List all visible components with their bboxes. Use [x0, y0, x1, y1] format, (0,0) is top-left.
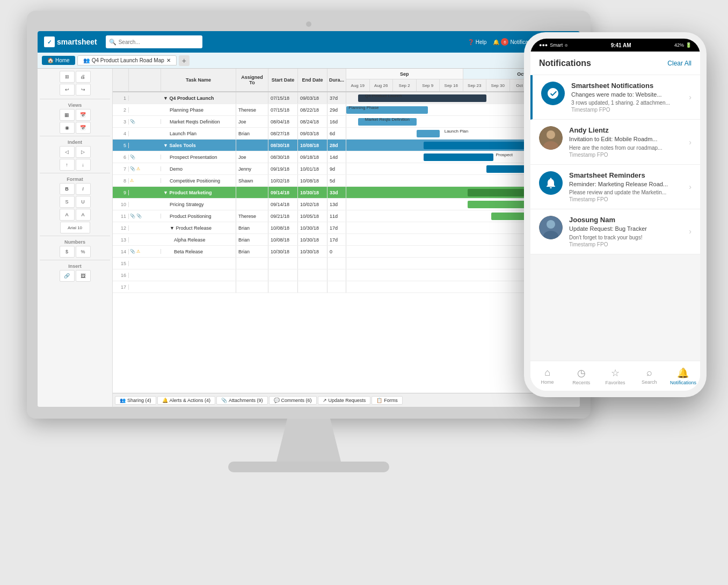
fill-color-btn[interactable]: A — [76, 209, 91, 221]
percent-btn[interactable]: % — [76, 246, 91, 258]
notification-avatar — [539, 171, 563, 195]
assigned-cell: Shawn — [236, 175, 268, 186]
chevron-right-icon: › — [689, 227, 691, 236]
dur-cell: 16d — [327, 116, 346, 127]
help-button[interactable]: ❓ Help — [468, 39, 487, 45]
forms-tab[interactable]: 📋 Forms — [372, 396, 403, 405]
search-bar[interactable]: 🔍 — [106, 35, 202, 48]
strikethrough-btn[interactable]: S — [60, 196, 75, 208]
search-input[interactable] — [119, 39, 199, 45]
update-requests-tab[interactable]: ↗ Update Requests — [318, 396, 371, 405]
indent-down-btn[interactable]: ↓ — [76, 159, 91, 171]
assigned-to-header[interactable]: Assigned To — [236, 69, 268, 91]
table-row[interactable]: 6 📎 Prospect Presentation Joe 08/30/18 0… — [113, 151, 580, 163]
insert-image-btn[interactable]: 🖼 — [76, 270, 91, 282]
sharing-tab[interactable]: 👥 Sharing (4) — [115, 396, 156, 405]
end-cell: 09/03/18 — [298, 92, 327, 104]
nav-home[interactable]: ⌂ Home — [530, 367, 564, 385]
sidebar-btn-undo[interactable]: ↩ — [60, 84, 75, 96]
row-number: 1 — [113, 96, 129, 101]
indent-left-btn[interactable]: ◁ — [60, 146, 75, 158]
notification-item[interactable]: Smartsheet Reminders Reminder: Marketing… — [530, 165, 700, 209]
table-row[interactable]: 9 ▼ Product Marketing 09/14/18 10/30/18 … — [113, 187, 580, 199]
italic-btn[interactable]: I — [76, 183, 91, 195]
insert-link-btn[interactable]: 🔗 — [60, 270, 75, 282]
row-number: 5 — [113, 143, 129, 148]
monitor-screen: ✓ smartsheet 🔍 ❓ Help — [38, 31, 580, 407]
assigned-cell: Joe — [236, 151, 268, 163]
column-headers: Task Name Assigned To Start Date End Dat… — [113, 69, 580, 92]
row-number: 7 — [113, 166, 129, 172]
sidebar-btn-print[interactable]: 🖨 — [76, 71, 91, 83]
bold-btn[interactable]: B — [60, 183, 75, 195]
nav-notifications[interactable]: 🔔 Notifications — [666, 367, 700, 385]
clear-all-button[interactable]: Clear All — [667, 60, 691, 67]
sidebar-btn-grid[interactable]: ⊞ — [60, 71, 75, 83]
table-row[interactable]: 11 📎📎 Product Positioning Therese 09/21/… — [113, 210, 580, 222]
chevron-right-icon: › — [689, 138, 691, 147]
end-date-header[interactable]: End Date — [298, 69, 327, 91]
home-tab[interactable]: 🏠 Home — [42, 56, 75, 65]
sheet-tab[interactable]: 👥 Q4 Product Launch Road Map ✕ — [77, 55, 177, 65]
start-date-header[interactable]: Start Date — [268, 69, 298, 91]
table-row[interactable]: 8 ⚠ Competitive Positioning Shawn 10/02/… — [113, 175, 580, 187]
table-row[interactable]: 2 Planning Phase Therese 07/15/18 08/22/… — [113, 104, 580, 116]
underline-btn[interactable]: U — [76, 196, 91, 208]
sidebar-row-format3: A A — [40, 209, 110, 221]
sidebar-divider5 — [40, 260, 110, 260]
chevron-right-icon: › — [689, 93, 691, 101]
notification-submessage: 3 rows updated, 1 sharing. 2 attachmen..… — [571, 100, 682, 106]
start-cell — [268, 258, 298, 269]
dur-cell — [327, 281, 346, 292]
notification-avatar — [539, 126, 563, 150]
tab-close-icon[interactable]: ✕ — [166, 57, 171, 63]
indent-up-btn[interactable]: ↑ — [60, 159, 75, 171]
font-size-select[interactable]: Arial 10 — [60, 222, 90, 233]
row-number: 13 — [113, 237, 129, 243]
nav-recents[interactable]: ◷ Recents — [564, 367, 598, 385]
gantt-week-1: Aug 19 — [346, 79, 370, 91]
table-row[interactable]: 10 Pricing Strategy 09/14/18 10/02/18 13… — [113, 199, 580, 210]
start-cell: 09/14/18 — [268, 199, 298, 210]
assigned-cell — [236, 140, 268, 151]
sidebar-btn-redo[interactable]: ↪ — [76, 84, 91, 96]
sidebar-btn-calendar-view[interactable]: 📅 — [76, 122, 91, 134]
smartsheet-app: ✓ smartsheet 🔍 ❓ Help — [38, 31, 580, 407]
sidebar-btn-grid-view[interactable]: ▦ — [60, 109, 75, 121]
nav-favorites[interactable]: ☆ Favorites — [598, 367, 632, 385]
logo-icon: ✓ — [44, 36, 55, 47]
mobile-phone: ●●● Smart ⌾ 9:41 AM 42% 🔋 Notifications … — [524, 32, 707, 397]
attachments-tab[interactable]: 📎 Attachments (9) — [216, 396, 268, 405]
add-tab-button[interactable]: + — [179, 55, 190, 66]
duration-header[interactable]: Dura... — [327, 69, 346, 91]
end-cell: 10/01/18 — [298, 163, 327, 174]
table-row[interactable]: 13 Alpha Release Brian 10/08/18 10/30/18… — [113, 234, 580, 246]
comments-tab[interactable]: 💬 Comments (6) — [269, 396, 317, 405]
sidebar-btn-gantt-view[interactable]: 📅 — [76, 109, 91, 121]
table-row[interactable]: 7 📎⚠ Demo Jenny 09/19/18 10/01/18 9d — [113, 163, 580, 175]
table-row[interactable]: 12 ▼ Product Release Brian 10/08/18 10/3… — [113, 222, 580, 234]
notification-item[interactable]: Andy Lientz Invitation to Edit: Mobile R… — [530, 120, 700, 164]
dur-cell: 14d — [327, 151, 346, 163]
table-row[interactable]: 5 ▼ Sales Tools 08/30/18 10/08/18 28d — [113, 140, 580, 151]
notification-item[interactable]: Joosung Nam Update Request: Bug Tracker … — [530, 209, 700, 254]
font-color-btn[interactable]: A — [60, 209, 75, 221]
sidebar-row-fontsize: Arial 10 — [40, 222, 110, 233]
table-row[interactable]: 3 📎 Market Reqts Definition Joe 08/04/18… — [113, 116, 580, 128]
notification-content: Smartsheet Notifications Changes were ma… — [571, 82, 682, 113]
sidebar-btn-card-view[interactable]: ◉ — [60, 122, 75, 134]
gantt-month-sep: Sep — [346, 69, 463, 79]
alerts-tab[interactable]: 🔔 Alerts & Actions (4) — [157, 396, 216, 405]
row-icons: 📎📎 — [129, 214, 161, 218]
nav-search[interactable]: ⌕ Search — [632, 367, 666, 385]
notification-item[interactable]: Smartsheet Notifications Changes were ma… — [530, 75, 700, 120]
sidebar-divider2 — [40, 136, 110, 136]
format-label: Format — [40, 176, 110, 183]
table-row[interactable]: 14 📎⚠ Beta Release Brian 10/30/18 10/30/… — [113, 246, 580, 258]
indent-right-btn[interactable]: ▷ — [76, 146, 91, 158]
sharing-icon: 👥 — [120, 398, 126, 403]
task-name-header[interactable]: Task Name — [161, 69, 236, 91]
table-row[interactable]: 4 Launch Plan Brian 08/27/18 09/03/18 6d… — [113, 128, 580, 140]
currency-btn[interactable]: $ — [60, 246, 75, 258]
table-row[interactable]: 1 ▼ Q4 Product Launch 07/15/18 09/03/18 … — [113, 92, 580, 104]
